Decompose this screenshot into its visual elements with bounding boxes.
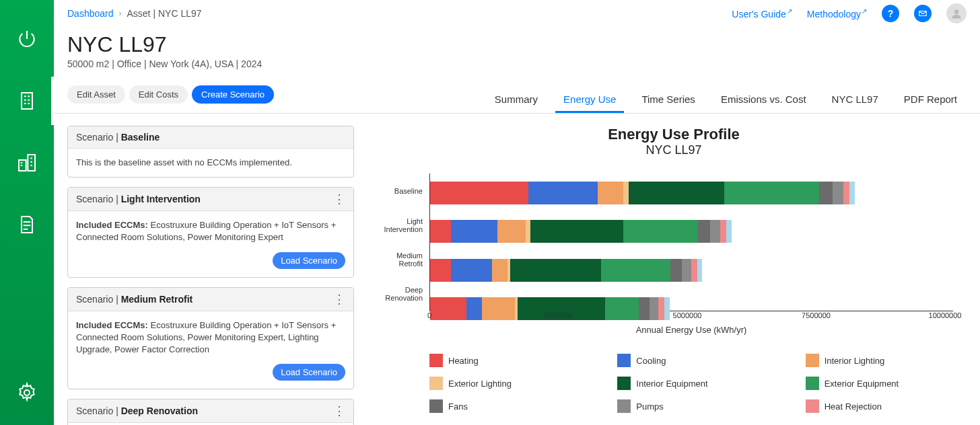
scenario-header: Scenario | Deep Renovation⋮ (68, 399, 353, 423)
chart-bar-segment (833, 182, 843, 204)
scenario-card: Scenario | BaselineThis is the baseline … (67, 126, 354, 178)
tab-emissions-cost[interactable]: Emissions vs. Cost (711, 93, 816, 113)
y-axis-label: LightIntervention (381, 208, 425, 242)
legend-swatch (429, 377, 443, 390)
mail-icon[interactable] (914, 5, 932, 22)
legend-label: Interior Equipment (636, 379, 707, 389)
gear-icon[interactable] (15, 381, 39, 405)
scenario-card: Scenario | Deep Renovation⋮Included ECCM… (67, 399, 354, 425)
scenario-title: Scenario | Baseline (76, 132, 160, 143)
chart-bar-segment (629, 182, 724, 204)
tabs: Summary Energy Use Time Series Emissions… (485, 76, 967, 113)
scenario-title: Scenario | Deep Renovation (76, 405, 198, 416)
chart-bar-row (430, 259, 702, 282)
page-header: NYC LL97 50000 m2 | Office | New York (4… (54, 22, 980, 76)
buildings-icon[interactable] (15, 151, 39, 175)
page-title: NYC LL97 (67, 32, 967, 57)
y-axis-label: MediumRetrofit (381, 242, 425, 276)
breadcrumb-current: Asset | NYC LL97 (127, 8, 202, 19)
scenario-header: Scenario | Medium Retrofit⋮ (68, 288, 353, 311)
load-scenario-button[interactable]: Load Scenario (273, 252, 345, 269)
chart-bar-segment (598, 182, 623, 204)
legend-item: Pumps (617, 399, 778, 413)
chart-title: Energy Use Profile (381, 126, 967, 143)
legend-swatch (806, 377, 819, 390)
x-axis-tick: 0 (427, 311, 431, 319)
chart-subtitle: NYC LL97 (381, 143, 967, 157)
main: Dashboard › Asset | NYC LL97 User's Guid… (54, 0, 980, 425)
chart-bar-segment (430, 182, 528, 204)
chart-bar-segment (697, 259, 703, 282)
chart-bar-row (430, 220, 732, 243)
legend-swatch (806, 399, 819, 413)
chart-bar-segment (601, 259, 670, 282)
chart-bar-segment (528, 182, 598, 204)
legend-label: Exterior Equipment (825, 379, 899, 389)
edit-asset-button[interactable]: Edit Asset (67, 85, 125, 104)
scenario-footer: Load Scenario (68, 252, 353, 277)
document-icon[interactable] (15, 212, 39, 237)
scenario-card: Scenario | Medium Retrofit⋮Included ECCM… (67, 287, 354, 390)
tab-time-series[interactable]: Time Series (632, 93, 704, 113)
scenario-header: Scenario | Light Intervention⋮ (68, 188, 353, 211)
legend-swatch (806, 354, 819, 367)
chevron-right-icon: › (119, 9, 122, 18)
chart-bar-segment (724, 182, 820, 204)
chart-x-label: Annual Energy Use (kWh/yr) (429, 325, 953, 335)
svg-rect-2 (28, 155, 35, 171)
scenario-footer: Load Scenario (68, 364, 353, 389)
legend-item: Heating (429, 354, 590, 367)
create-scenario-button[interactable]: Create Scenario (192, 85, 274, 104)
legend-swatch (429, 399, 443, 413)
legend-label: Heat Rejection (825, 401, 882, 412)
scenario-title: Scenario | Medium Retrofit (76, 294, 193, 305)
edit-costs-button[interactable]: Edit Costs (129, 85, 188, 104)
legend-label: Pumps (636, 401, 663, 412)
legend-item: Exterior Equipment (806, 377, 967, 390)
page-subtitle: 50000 m2 | Office | New York (4A), USA |… (67, 59, 967, 69)
y-axis-label: Baseline (381, 173, 425, 208)
breadcrumb-dashboard[interactable]: Dashboard (67, 8, 114, 19)
kebab-icon[interactable]: ⋮ (333, 193, 345, 205)
legend-item: Interior Equipment (617, 377, 778, 390)
svg-rect-1 (19, 160, 26, 171)
legend-item: Heat Rejection (806, 399, 967, 413)
tab-pdf-report[interactable]: PDF Report (895, 93, 967, 113)
legend-label: Exterior Lighting (448, 379, 512, 389)
chart-bar-segment (849, 182, 855, 204)
chart-bar-segment (430, 220, 451, 243)
chart-bar-segment (691, 259, 697, 282)
kebab-icon[interactable]: ⋮ (333, 405, 345, 417)
chart-bar-row (430, 182, 855, 204)
chart-bar-segment (451, 220, 497, 243)
scenario-body: This is the baseline asset with no ECCMs… (68, 149, 353, 177)
legend-item: Cooling (617, 354, 778, 367)
chart-bars (429, 173, 953, 311)
avatar[interactable] (946, 3, 967, 24)
chart-y-axis: BaselineLightInterventionMediumRetrofitD… (381, 173, 425, 311)
chart-bar-segment (451, 259, 492, 282)
legend-item: Interior Lighting (806, 354, 967, 367)
chart-bar-segment (623, 182, 629, 204)
scenario-card: Scenario | Light Intervention⋮Included E… (67, 187, 354, 277)
power-icon[interactable] (15, 27, 39, 51)
kebab-icon[interactable]: ⋮ (333, 293, 345, 305)
sidebar (0, 0, 54, 425)
building-icon[interactable] (15, 89, 39, 113)
chart-bar-segment (819, 182, 833, 204)
help-icon[interactable]: ? (882, 5, 899, 22)
scenario-title: Scenario | Light Intervention (76, 194, 201, 204)
legend-swatch (617, 377, 631, 390)
external-link-icon: ↗ (862, 7, 867, 15)
tab-energy-use[interactable]: Energy Use (554, 93, 625, 113)
methodology-link[interactable]: Methodology↗ (807, 7, 867, 20)
tab-nyc-ll97[interactable]: NYC LL97 (823, 93, 888, 113)
chart-legend: HeatingCoolingInterior LightingExterior … (429, 354, 967, 413)
chart-bar-segment (682, 259, 691, 282)
chart-bar-segment (510, 259, 601, 282)
users-guide-link[interactable]: User's Guide↗ (732, 7, 792, 20)
external-link-icon: ↗ (787, 7, 792, 15)
tab-summary[interactable]: Summary (485, 93, 547, 113)
load-scenario-button[interactable]: Load Scenario (273, 364, 345, 381)
chart-bar-segment (726, 220, 732, 243)
